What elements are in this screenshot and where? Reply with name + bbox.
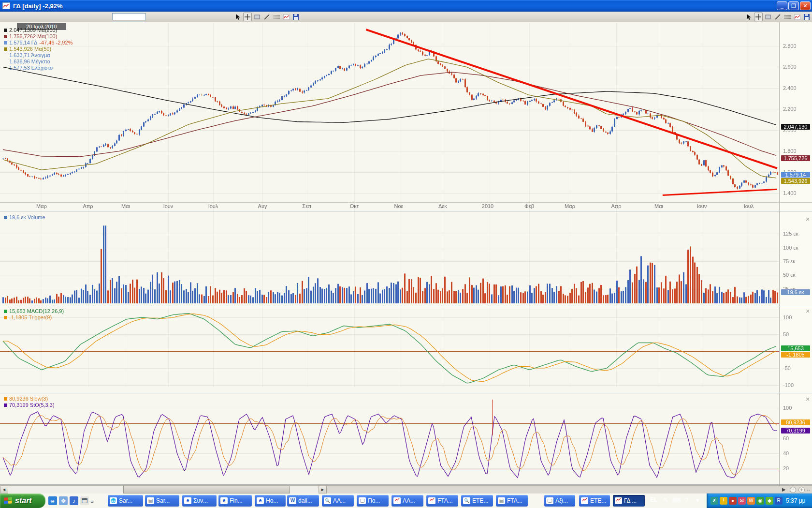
scrollbar-thumb[interactable] bbox=[123, 486, 290, 493]
task-label: FTA... bbox=[437, 497, 453, 504]
explorer-icon[interactable]: ❖ bbox=[59, 496, 68, 505]
x-axis-month-label: Μαρ bbox=[565, 203, 575, 209]
zoom-in-button[interactable]: + bbox=[798, 487, 805, 493]
pen-icon[interactable]: ✎ bbox=[661, 496, 670, 505]
taskbar-task-fta[interactable]: ▤FTA... bbox=[496, 495, 528, 507]
expand-right-button[interactable]: ▶ bbox=[782, 487, 786, 492]
error-blocked-icon[interactable]: ● bbox=[729, 497, 737, 505]
chevron-down-icon[interactable]: ▾ bbox=[693, 496, 702, 505]
legend-color-square bbox=[4, 47, 7, 51]
trendline-icon[interactable] bbox=[262, 13, 271, 21]
close-button[interactable]: ✕ bbox=[800, 1, 811, 10]
task-label: Sar... bbox=[119, 497, 132, 504]
sto-panel-close-icon[interactable]: ✕ bbox=[805, 397, 810, 402]
pointer-icon[interactable] bbox=[233, 13, 242, 21]
mail-alert-icon[interactable]: ✉ bbox=[738, 497, 746, 505]
grid-icon[interactable] bbox=[272, 13, 281, 21]
fit-width-button[interactable]: ↔ bbox=[805, 487, 812, 493]
x-axis-month-label: Μαι bbox=[121, 203, 130, 209]
help-icon[interactable]: ? bbox=[682, 496, 692, 505]
sto-axis-tick: 60 bbox=[783, 435, 789, 441]
volume-value-badge: 19,6 εκ bbox=[781, 289, 810, 295]
horizontal-scrollbar[interactable]: ◄ ► ▶ − + ↔ bbox=[0, 485, 812, 493]
language-indicator[interactable]: EL bbox=[650, 496, 657, 503]
trendline-icon[interactable] bbox=[773, 13, 782, 21]
symbol-input[interactable] bbox=[112, 13, 146, 20]
task-label: Αξι... bbox=[555, 497, 568, 504]
taskbar-task-ho[interactable]: eHo... bbox=[255, 495, 286, 507]
x-axis-month-label: Φεβ bbox=[524, 203, 534, 209]
crosshair-icon[interactable] bbox=[243, 13, 252, 21]
security-shield-icon[interactable]: ! bbox=[720, 497, 727, 505]
taskbar-task-γδ[interactable]: ΓΔ ... bbox=[613, 495, 645, 507]
quick-launch-overflow-chevron[interactable]: » bbox=[91, 498, 94, 504]
taskbar-task-fta[interactable]: FTA... bbox=[426, 495, 458, 507]
x-axis-month-label: Ιουλ bbox=[208, 203, 218, 209]
macd-panel-close-icon[interactable]: ✕ bbox=[805, 309, 810, 314]
taskbar-task-fin[interactable]: eFin... bbox=[218, 495, 252, 507]
task-label: ΓΔ ... bbox=[624, 497, 637, 504]
globe-icon: 🌐 bbox=[110, 497, 117, 504]
price-axis-tick: 1.800 bbox=[783, 148, 797, 154]
scroll-right-button[interactable]: ► bbox=[319, 486, 327, 493]
office-mail-icon[interactable]: W bbox=[747, 497, 755, 505]
pointer-icon[interactable] bbox=[744, 13, 753, 21]
minimize-button[interactable]: _ bbox=[777, 1, 787, 10]
x-axis-month-label: Δεκ bbox=[438, 203, 447, 209]
grid-icon[interactable] bbox=[783, 13, 792, 21]
x-axis-month-label: Ιουλ bbox=[744, 203, 754, 209]
show-desktop-icon[interactable]: 🗔 bbox=[80, 496, 89, 505]
legend-color-square bbox=[4, 29, 7, 32]
save-icon[interactable] bbox=[802, 13, 811, 21]
chart-icon[interactable] bbox=[793, 13, 801, 21]
media-icon[interactable]: ♪ bbox=[70, 496, 78, 505]
macd-axis-tick: -100 bbox=[783, 382, 794, 388]
system-tray: ✗!●✉W◉◆R 5:37 μμ bbox=[707, 493, 812, 508]
taskbar-task-ete[interactable]: 🔍ETE... bbox=[461, 495, 493, 507]
nvidia-icon[interactable]: ◆ bbox=[766, 497, 773, 505]
price-value-badge: 1.579,14 bbox=[781, 172, 810, 178]
ie-icon: e bbox=[257, 497, 264, 504]
restore-button[interactable]: ❐ bbox=[788, 1, 799, 10]
realplayer-icon[interactable]: R bbox=[775, 497, 783, 505]
taskbar-task-ete[interactable]: ETE... bbox=[579, 495, 610, 507]
chart-icon bbox=[428, 497, 435, 504]
sto-axis-tick: 100 bbox=[783, 405, 792, 411]
toolbar-icon: ▤ bbox=[147, 497, 154, 504]
zoom-out-button[interactable]: − bbox=[790, 487, 796, 493]
windows-logo-icon bbox=[4, 497, 13, 505]
task-label: ETE... bbox=[472, 497, 488, 504]
taskbar-task-dail[interactable]: Wdail... bbox=[287, 495, 319, 507]
messenger-offline-icon[interactable]: ✗ bbox=[710, 497, 718, 505]
ie-icon[interactable]: e bbox=[48, 496, 57, 505]
macd-value-badge: -1,1805 bbox=[781, 352, 810, 358]
macd-axis-tick: 50 bbox=[783, 331, 789, 337]
crosshair-icon[interactable] bbox=[754, 13, 763, 21]
chart-toolbar bbox=[0, 12, 812, 22]
toolbar-icon-group-right bbox=[744, 12, 811, 22]
scroll-left-button[interactable]: ◄ bbox=[0, 486, 8, 493]
updater-icon[interactable]: ◉ bbox=[756, 497, 764, 505]
taskbar-task-πο[interactable]: 🖵Πο... bbox=[357, 495, 389, 507]
region-icon[interactable] bbox=[764, 13, 772, 21]
window-titlebar: ΓΔ [daily] -2,92% _ ❐ ✕ bbox=[0, 0, 812, 12]
taskbar-task-συν[interactable]: eΣυν... bbox=[182, 495, 217, 507]
monitor-icon: 🖵 bbox=[359, 497, 366, 504]
slow-legend-square bbox=[4, 397, 7, 401]
taskbar-task-αξι[interactable]: 🖵Αξι... bbox=[544, 495, 575, 507]
start-button[interactable]: start bbox=[0, 493, 45, 508]
task-label: Sar... bbox=[156, 497, 170, 504]
keyboard-icon[interactable]: ⌨ bbox=[672, 496, 681, 505]
taskbar-task-sar[interactable]: 🌐Sar... bbox=[108, 495, 143, 507]
taskbar-task-sar[interactable]: ▤Sar... bbox=[145, 495, 179, 507]
taskbar-task-αλ[interactable]: ΑΛ... bbox=[392, 495, 423, 507]
volume-panel-close-icon[interactable]: ✕ bbox=[805, 217, 810, 222]
save-icon[interactable] bbox=[291, 13, 300, 21]
region-icon[interactable] bbox=[253, 13, 261, 21]
ie-icon: e bbox=[220, 497, 228, 504]
word-icon: W bbox=[289, 497, 296, 504]
chart-canvas[interactable] bbox=[0, 0, 812, 485]
x-axis-month-label: Αυγ bbox=[258, 203, 267, 209]
chart-icon[interactable] bbox=[282, 13, 290, 21]
taskbar-task-αλ[interactable]: 🔍ΑΛ... bbox=[322, 495, 354, 507]
